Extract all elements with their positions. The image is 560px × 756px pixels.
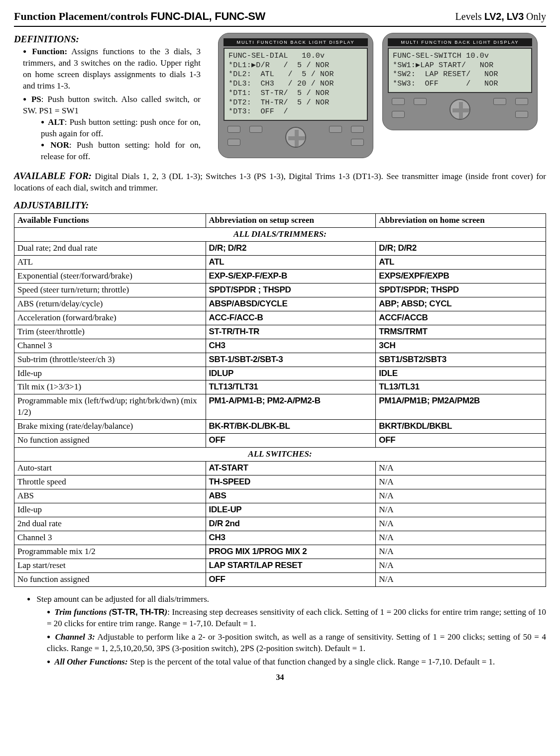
page-number: 34	[14, 672, 546, 683]
table-cell: TRMS/TRMT	[376, 325, 546, 339]
abbrev: CH3	[209, 533, 225, 542]
abbrev: SBT-1/SBT-2/SBT-3	[209, 355, 283, 364]
abbrev: TH-SPEED	[209, 477, 251, 486]
note-label: Trim functions (ST-TR, TH-TR)	[54, 607, 167, 617]
note-text: Step is the percent of the total value o…	[128, 657, 495, 666]
note-label: Channel 3:	[55, 632, 95, 642]
table-section: ALL DIALS/TRIMMERS:	[14, 228, 546, 242]
col-header: Available Functions	[14, 214, 206, 228]
table-cell: IDLE	[376, 367, 546, 380]
levels-suffix: Only	[524, 11, 546, 22]
table-cell: LAP START/LAP RESET	[206, 559, 376, 572]
device-button	[329, 126, 342, 133]
device-left: MULTI FUNCTION BACK LIGHT DISPLAY FUNC-S…	[218, 33, 373, 158]
dpad-icon	[449, 99, 470, 120]
table-cell: IDLUP	[206, 367, 376, 380]
abbrev: ACCF/ACCB	[379, 313, 428, 322]
levels: LV2, LV3	[484, 11, 524, 22]
device-button	[515, 111, 528, 118]
abbrev: AT-START	[209, 463, 248, 472]
device-right: MULTI FUNCTION BACK LIGHT DISPLAY FUNC-S…	[382, 33, 538, 130]
table-row: Idle-upIDLE-UPN/A	[14, 503, 546, 517]
table-row: Tilt mix (1>3/3>1)TLT13/TLT31TL13/TL31	[14, 380, 546, 394]
table-cell: Lap start/reset	[14, 559, 206, 572]
title-right: Levels LV2, LV3 Only	[455, 10, 546, 23]
definition-text: : Push button switch. Also called switch…	[23, 94, 201, 115]
definition-subtext: : Push button setting: push once for on,…	[41, 117, 201, 138]
table-cell: Programmable mix (left/fwd/up; right/brk…	[14, 394, 206, 420]
table-cell: SBT1/SBT2/SBT3	[376, 353, 546, 367]
table-row: Trim (steer/throttle)ST-TR/TH-TRTRMS/TRM…	[14, 325, 546, 339]
table-row: Lap start/resetLAP START/LAP RESETN/A	[14, 559, 546, 572]
device-button	[414, 98, 427, 105]
levels-prefix: Levels	[455, 11, 484, 22]
table-cell: ST-TR/TH-TR	[206, 325, 376, 339]
title-bar: Function Placement/controls FUNC-DIAL, F…	[14, 9, 546, 27]
table-cell: Brake mixing (rate/delay/balance)	[14, 420, 206, 434]
table-row: Idle-upIDLUPIDLE	[14, 367, 546, 380]
definition-item: PS: Push button switch. Also called swit…	[23, 94, 201, 163]
abbrev: ACC-F/ACC-B	[209, 313, 263, 322]
table-row: No function assignedOFFOFF	[14, 434, 546, 448]
table-cell: SPDT/SPDR; THSPD	[376, 283, 546, 297]
note-label: All Other Functions:	[54, 657, 127, 666]
abbrev: TRMS/TRMT	[379, 327, 427, 336]
table-cell: BKRT/BKDL/BKBL	[376, 420, 546, 434]
abbrev: SPDT/SPDR ; THSPD	[209, 285, 291, 294]
table-cell: 3CH	[376, 339, 546, 353]
abbrev: ST-TR/TH-TR	[209, 327, 260, 336]
abbrev: LAP START/LAP RESET	[209, 561, 303, 570]
table-row: Sub-trim (throttle/steer/ch 3)SBT-1/SBT-…	[14, 353, 546, 367]
device-button	[392, 111, 405, 118]
definition-label: PS	[31, 94, 41, 104]
table-cell: No function assigned	[14, 572, 206, 586]
table-cell: ATL	[206, 256, 376, 270]
table-cell: No function assigned	[14, 434, 206, 448]
table-cell: N/A	[376, 531, 546, 545]
table-cell: IDLE-UP	[206, 503, 376, 517]
col-header: Abbreviation on home screen	[376, 214, 546, 228]
abbrev: OFF	[209, 574, 225, 584]
table-row: Channel 3CH33CH	[14, 339, 546, 353]
table-cell: TL13/TL31	[376, 380, 546, 394]
abbrev: BK-RT/BK-DL/BK-BL	[209, 421, 290, 431]
table-row: Throttle speedTH-SPEEDN/A	[14, 475, 546, 489]
abbrev: ATL	[379, 257, 394, 267]
dpad-icon	[285, 127, 306, 148]
abbrev: CH3	[209, 341, 225, 350]
device-button	[493, 98, 506, 105]
table-row: Programmable mix (left/fwd/up; right/brk…	[14, 394, 546, 420]
table-cell: N/A	[376, 572, 546, 586]
table-cell: OFF	[206, 572, 376, 586]
abbrev: SPDT/SPDR; THSPD	[379, 285, 459, 294]
table-row: ABSABSN/A	[14, 489, 546, 503]
table-cell: SPDT/SPDR ; THSPD	[206, 283, 376, 297]
table-cell: PM1A/PM1B; PM2A/PM2B	[376, 394, 546, 420]
table-cell: TLT13/TLT31	[206, 380, 376, 394]
device-screens: MULTI FUNCTION BACK LIGHT DISPLAY FUNC-S…	[210, 33, 546, 165]
device-button	[515, 98, 528, 105]
table-row: Programmable mix 1/2PROG MIX 1/PROG MIX …	[14, 545, 546, 559]
table-cell: ATL	[376, 256, 546, 270]
adjustability-heading: ADJUSTABILITY:	[14, 199, 546, 212]
table-cell: EXPS/EXPF/EXPB	[376, 269, 546, 283]
table-section: ALL SWITCHES:	[14, 448, 546, 462]
definition-item: Function: Assigns functions to the 3 dia…	[23, 46, 201, 92]
device-lcd-right: FUNC-SEL-SWITCH 10.0v *SW1:▶LAP START/ N…	[388, 48, 532, 93]
device-button	[227, 126, 240, 133]
available-for-text: Digital Dials 1, 2, 3 (DL 1-3); Switches…	[14, 172, 546, 192]
definitions-heading: DEFINITIONS:	[14, 33, 201, 46]
abbrev: PM1-A/PM1-B; PM2-A/PM2-B	[209, 396, 321, 405]
note-item: Trim functions (ST-TR, TH-TR): Increasin…	[47, 607, 546, 630]
note-text: Adjustable to perform like a 2- or 3-pos…	[47, 632, 546, 653]
device-button	[351, 139, 364, 146]
abbrev: EXPS/EXPF/EXPB	[379, 271, 449, 281]
definition-sublabel: NOR	[50, 140, 69, 150]
device-buttons	[224, 124, 368, 151]
abbrev: OFF	[209, 435, 225, 445]
definition-subitem: ALT: Push button setting: push once for …	[41, 117, 201, 140]
device-strip: MULTI FUNCTION BACK LIGHT DISPLAY	[388, 38, 532, 46]
definitions-text: DEFINITIONS: Function: Assigns functions…	[14, 33, 201, 165]
device-button	[249, 126, 262, 133]
abbrev: D/R; D/R2	[379, 243, 417, 253]
